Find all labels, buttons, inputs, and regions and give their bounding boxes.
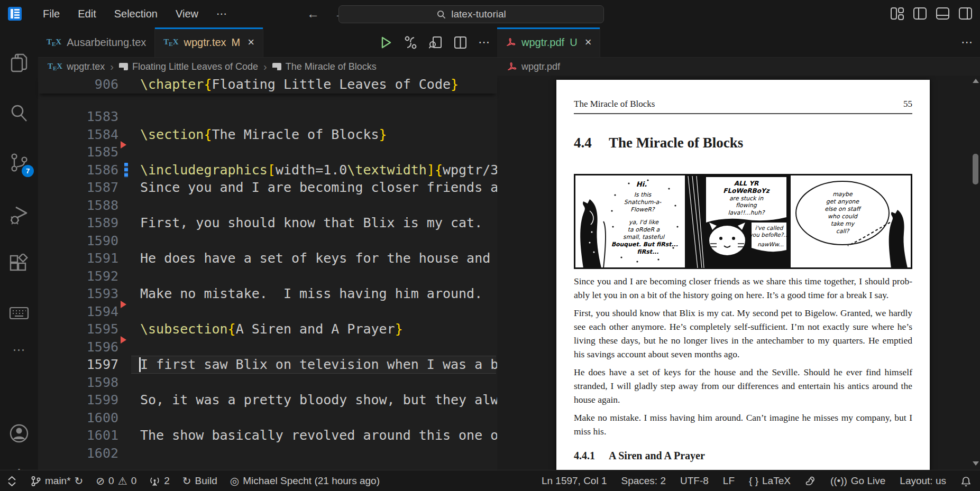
code-line[interactable]: 1583 bbox=[38, 108, 497, 126]
code-line[interactable]: 1595\subsection{A Siren and A Prayer} bbox=[38, 320, 497, 338]
synctex-compare-icon[interactable] bbox=[404, 35, 418, 50]
line-number: 1587 bbox=[38, 179, 118, 197]
accounts-icon[interactable] bbox=[8, 423, 30, 444]
ports-item[interactable]: 2 bbox=[149, 475, 170, 487]
menu-selection[interactable]: Selection bbox=[105, 8, 167, 20]
cursor-position-item[interactable]: Ln 1597, Col 1 bbox=[542, 475, 607, 487]
line-number: 1594 bbox=[38, 303, 118, 321]
code-token: \includegraphics bbox=[140, 162, 268, 178]
code-line[interactable]: 1587Since you and I are becoming closer … bbox=[38, 179, 497, 197]
errors-icon: ⊘ bbox=[96, 475, 105, 487]
go-live-item[interactable]: ((•)) Go Live bbox=[830, 475, 885, 487]
nav-back-icon[interactable]: ← bbox=[299, 6, 327, 21]
command-center-search[interactable]: latex-tutorial bbox=[338, 5, 604, 23]
editor-more-actions-icon[interactable]: ⋯ bbox=[961, 35, 974, 49]
code-line[interactable]: 1585 bbox=[38, 143, 497, 161]
code-line[interactable]: 1590 bbox=[38, 232, 497, 250]
comic-text: FLoWeRBoYz bbox=[723, 187, 770, 194]
customize-layout-icon[interactable] bbox=[890, 6, 904, 21]
code-line[interactable]: 1588 bbox=[38, 197, 497, 215]
breadcrumb-file[interactable]: wpgtr.tex bbox=[67, 61, 105, 72]
toggle-secondary-sidebar-icon[interactable] bbox=[958, 6, 973, 21]
comic-text: bouquet. But fiRst... bbox=[611, 241, 678, 248]
pdf-scrollbar[interactable] bbox=[971, 76, 980, 470]
code-line[interactable]: 1584\section{The Miracle of Blocks} bbox=[38, 126, 497, 144]
breadcrumb-pdf[interactable]: wpgtr.pdf bbox=[497, 58, 980, 76]
menu-file[interactable]: File bbox=[34, 8, 69, 20]
close-tab-icon[interactable]: × bbox=[248, 35, 254, 49]
code-line[interactable]: 1592 bbox=[38, 267, 497, 285]
line-number: 1596 bbox=[38, 338, 118, 356]
code-line[interactable]: 1600 bbox=[38, 409, 497, 427]
code-line[interactable]: 1591He does have a set of keys for the h… bbox=[38, 249, 497, 267]
keyboard-layout-item[interactable]: Layout: us bbox=[900, 475, 946, 487]
scroll-down-icon[interactable] bbox=[973, 461, 979, 466]
code-line[interactable]: 1594 bbox=[38, 303, 497, 321]
close-tab-icon[interactable]: × bbox=[585, 35, 592, 49]
language-mode-item[interactable]: { } LaTeX bbox=[749, 475, 791, 487]
latex-build-item[interactable]: ↻ Build bbox=[182, 475, 217, 487]
encoding-item[interactable]: UTF-8 bbox=[680, 475, 709, 487]
line-number: 1600 bbox=[38, 409, 118, 427]
toggle-panel-icon[interactable] bbox=[936, 6, 950, 21]
breadcrumb-pdf-file[interactable]: wpgtr.pdf bbox=[521, 61, 560, 72]
vscode-logo-icon[interactable] bbox=[7, 6, 22, 21]
run-debug-icon[interactable] bbox=[8, 204, 30, 225]
code-line[interactable]: 1586\includegraphics[width=1.0\textwidth… bbox=[38, 161, 497, 179]
indentation-item[interactable]: Spaces: 2 bbox=[621, 475, 666, 487]
line-number: 1597 bbox=[38, 356, 118, 374]
source-control-icon[interactable]: 7 bbox=[8, 152, 30, 173]
code-line[interactable]: 1599So, it was a pretty bloody show, but… bbox=[38, 391, 497, 409]
toggle-primary-sidebar-icon[interactable] bbox=[913, 6, 927, 21]
tab-wpgtr-tex[interactable]: TEX wpgtr.tex M × bbox=[155, 27, 263, 57]
breadcrumb-section[interactable]: The Miracle of Blocks bbox=[286, 61, 377, 72]
breadcrumb-source[interactable]: TEX wpgtr.tex › Floating Little Leaves o… bbox=[38, 58, 497, 76]
tex-file-icon: TEX bbox=[163, 38, 178, 47]
editor-more-actions-icon[interactable]: ⋯ bbox=[478, 35, 491, 49]
comic-text: flowing bbox=[736, 202, 757, 209]
search-sidebar-icon[interactable] bbox=[8, 103, 30, 124]
code-editor[interactable]: 15831584\section{The Miracle of Blocks}1… bbox=[38, 94, 497, 470]
extensions-icon[interactable] bbox=[8, 254, 30, 275]
notifications-item[interactable] bbox=[960, 476, 972, 487]
pdf-text-line: house again. bbox=[574, 393, 912, 406]
code-text: Since you and I are becoming closer frie… bbox=[140, 179, 497, 197]
scrollbar-thumb[interactable] bbox=[973, 154, 978, 184]
code-token: The Miracle of Blocks bbox=[212, 127, 379, 142]
eol-item[interactable]: LF bbox=[723, 475, 735, 487]
code-line[interactable]: 1593Make no mistake. I miss having him a… bbox=[38, 285, 497, 303]
keyboard-icon[interactable] bbox=[8, 302, 30, 323]
menu-view[interactable]: View bbox=[167, 8, 207, 20]
line-number: 1595 bbox=[38, 320, 118, 338]
sticky-scroll-line[interactable]: 906 \chapter{Floating Little Leaves of C… bbox=[38, 76, 497, 94]
git-branch-item[interactable]: main* ↻ bbox=[30, 475, 83, 487]
remote-icon bbox=[6, 476, 17, 487]
line-number: 1590 bbox=[38, 232, 118, 250]
squirrel-item[interactable] bbox=[805, 476, 816, 487]
problems-item[interactable]: ⊘ 0 ⚠ 0 bbox=[96, 475, 136, 487]
gitlens-blame-item[interactable]: ◎ Michael Specht (21 hours ago) bbox=[230, 475, 380, 487]
tab-modified-indicator: M bbox=[232, 36, 241, 49]
comic-text: are stuck in bbox=[729, 195, 764, 202]
pdf-paragraph: He does have a set of keys for the house… bbox=[574, 365, 912, 406]
menu-more-icon[interactable]: ⋯ bbox=[207, 7, 236, 20]
activity-more-icon[interactable]: ⋯ bbox=[8, 342, 30, 364]
pdf-viewer[interactable]: The Miracle of Blocks 55 4.4 The Miracle… bbox=[497, 76, 980, 470]
view-pdf-icon[interactable] bbox=[428, 35, 443, 50]
menu-edit[interactable]: Edit bbox=[69, 8, 105, 20]
code-line[interactable]: 1602 bbox=[38, 444, 497, 462]
tab-wpgtr-pdf[interactable]: wpgtr.pdf U × bbox=[497, 27, 600, 57]
code-line[interactable]: 1589First, you should know that Blix is … bbox=[38, 214, 497, 232]
tab-ausarbeitung-tex[interactable]: TEX Ausarbeitung.tex bbox=[38, 27, 155, 57]
scroll-up-icon[interactable] bbox=[973, 79, 979, 83]
code-line[interactable]: 1597I first saw Blix on television when … bbox=[38, 356, 497, 374]
explorer-icon[interactable] bbox=[8, 53, 30, 74]
remote-indicator[interactable] bbox=[6, 476, 17, 487]
code-line[interactable]: 1601The show basically revolved around t… bbox=[38, 427, 497, 444]
code-line[interactable]: 1596 bbox=[38, 338, 497, 356]
comic-text: you befoRe?... bbox=[749, 231, 789, 238]
build-run-icon[interactable] bbox=[379, 35, 393, 50]
split-editor-icon[interactable] bbox=[453, 35, 468, 50]
code-line[interactable]: 1598 bbox=[38, 374, 497, 392]
breadcrumb-chapter[interactable]: Floating Little Leaves of Code bbox=[132, 61, 258, 72]
